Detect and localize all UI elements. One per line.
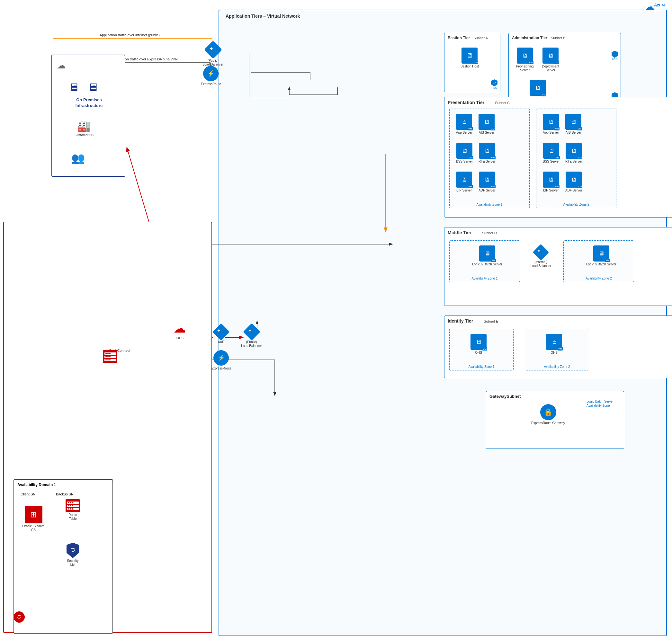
admin-tier-box: Administration Tier Subnet B 🖥 VM Provis…	[509, 33, 621, 105]
identity-az1-ohs: 🖥VM OHS	[471, 334, 487, 355]
presentation-az1-box: 🖥VM App Server 🖥VM AIS Server 🖥VM BSS Se…	[449, 108, 530, 208]
public-lb-identity-icon: ✦ (Public)Load Balancer	[241, 324, 262, 348]
vnet-title: Application Tiers – Virtual Network	[226, 14, 300, 19]
logic-batch-az-label: Logic Batch ServerAvailability Zone	[587, 399, 631, 408]
middle-tier-box: Middle Tier Subnet D NSG ✦ (Internal)Loa…	[444, 227, 672, 306]
pres-az2-ais-server: 🖥VM AIS Server	[565, 114, 581, 135]
bastion-host-icon: 🖥 VM Bastion Host	[460, 47, 479, 69]
identity-tier-box: Identity Tier Subnet E NSG 🖥VM OHS Avail…	[444, 316, 672, 378]
pres-az2-app-server: 🖥VM App Server	[543, 114, 559, 135]
pres-az1-ais-server: 🖥VM AIS Server	[478, 114, 495, 135]
route-table-icon: RouteTable	[64, 499, 82, 521]
provisioning-server-icon: 🖥 VM ProvisioningServer	[515, 47, 534, 72]
expressroute-gateway-icon: 🔒 ExpressRoute Gateway	[531, 404, 565, 425]
presentation-tier-box: Presentation Tier Subnet C NSG 🖥VM App S…	[444, 97, 672, 218]
pres-az2-bip-server: 🖥VM BIP Server	[543, 172, 559, 192]
pres-az2-rte-server: 🖥VM RTE Server	[565, 143, 582, 163]
vnet-box: Application Tiers – Virtual Network Bast…	[218, 10, 667, 636]
middle-az1-logic-batch: 🖥VM Logic & Batch Server	[472, 246, 502, 266]
availability-domain-box: Availability Domain 1 Client SN Backup S…	[14, 479, 113, 634]
identity-az2-ohs: 🖥VM OHS	[546, 334, 562, 355]
on-premises-cloud-icon: ☁	[57, 60, 66, 71]
pres-az1-rte-server: 🖥VM RTE Server	[478, 143, 495, 163]
expressroute-bottom-icon: ⚡ ExpressRoute	[211, 350, 231, 370]
app-traffic-label: Application traffic over internet (publi…	[100, 33, 160, 37]
diagram-container: Application traffic over internet (publi…	[0, 0, 672, 640]
middle-az2-logic-batch: 🖥VM Logic & Batch Server	[586, 246, 616, 266]
pres-az1-app-server: 🖥VM App Server	[456, 114, 472, 135]
deployment-server-icon: 🖥 VM DeploymentServer	[541, 47, 560, 72]
pres-az1-adf-server: 🖥VM ADF Server	[478, 172, 495, 192]
aad-icon: ✦ AAD	[214, 324, 229, 344]
middle-az2-box: 🖥VM Logic & Batch Server Availability Zo…	[563, 240, 634, 282]
presentation-az2-box: 🖥VM App Server 🖥VM AIS Server 🖥VM BSS Se…	[536, 108, 616, 208]
identity-az2-box: 🖥VM OHS Availability Zone 2	[525, 329, 589, 370]
on-premises-box: ☁ 🖥 🖥 On PremisesInfrastructure 🏭 Custom…	[52, 55, 125, 177]
people-icon: 👥	[71, 152, 85, 164]
admin-nsg1-icon: NSG	[612, 51, 618, 61]
pres-az1-bss-server: 🖥VM BSS Server	[456, 143, 473, 163]
public-lb-top-icon: ✦ (Public)Load Balancer	[202, 42, 224, 67]
oci-defense-icon: 🛡	[14, 611, 25, 623]
on-premises-title: On PremisesInfrastructure	[62, 97, 116, 108]
middle-az1-box: 🖥VM Logic & Batch Server Availability Zo…	[449, 240, 520, 282]
pres-az1-bip-server: 🖥VM BIP Server	[456, 172, 472, 192]
pres-az2-bss-server: 🖥VM BSS Server	[543, 143, 559, 163]
customer-dc-icon: 🏭 Customer DC	[74, 119, 94, 137]
idcs-icon: ☁ IDCS IDCS	[173, 321, 186, 340]
infrastructure-icon-1: 🖥	[68, 81, 79, 93]
backup-sn-label: Backup SN	[56, 492, 74, 496]
oracle-exadata-icon: ⊞ Oracle Exadata CS	[20, 506, 46, 532]
pres-az2-adf-server: 🖥VM ADF Server	[565, 172, 582, 192]
infrastructure-icon-2: 🖥	[87, 81, 98, 93]
expressroute-top-icon: ⚡ ExpressRoute	[201, 66, 221, 86]
azure-label: Azure	[654, 3, 666, 8]
client-sn-label: Client SN	[20, 492, 35, 496]
internal-lb-icon: ✦ (Internal)Load Balancer	[530, 245, 552, 268]
identity-az1-box: 🖥VM OHS Availability Zone 1	[449, 329, 514, 370]
fast-connect-server-icon	[103, 350, 117, 363]
security-list-icon: 🛡 SecurityList	[64, 543, 82, 567]
bastion-nsg-icon: 🛡 NSG	[491, 79, 498, 89]
bastion-tier-box: Bastion Tier Subnet A 🖥 VM Bastion Host …	[444, 33, 500, 92]
availability-domain-label: Availability Domain 1	[17, 483, 56, 487]
oci-outer-box: Availability Domain 1 Client SN Backup S…	[3, 222, 212, 633]
